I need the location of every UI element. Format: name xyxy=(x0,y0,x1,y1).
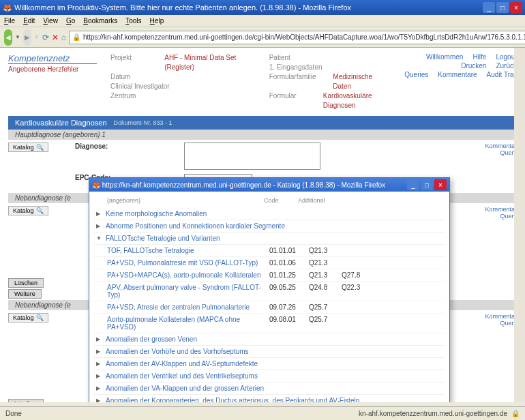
category-label: Anomalien der Vorhöfe und des Vorhofsept… xyxy=(106,348,442,355)
category-label: Anomalien der Koronararterien, des Ductu… xyxy=(106,397,442,402)
toolbar: ◄ ▼ ► ▼ ⟳ ✕ ⌂ 🔒 https://kn-ahf.kompetenz… xyxy=(0,27,525,48)
home-icon[interactable]: ⌂ xyxy=(61,31,66,44)
item-code3 xyxy=(342,259,369,267)
logo-line2: Angeborene Herzfehler xyxy=(8,63,97,73)
item-code3: Q22.3 xyxy=(342,284,369,299)
minimize-button[interactable]: _ xyxy=(483,2,495,13)
firefox-icon: 🦊 xyxy=(3,3,12,12)
section-title: Kardiovaskuläre Diagnosen xyxy=(15,119,107,127)
reload-icon[interactable]: ⟳ xyxy=(42,31,49,44)
item-code3 xyxy=(342,316,369,331)
lock-icon: 🔒 xyxy=(72,33,80,41)
catalog-item[interactable]: Aorto-pulmonale Kollateralen (MAPCA ohne… xyxy=(93,314,445,333)
zentrum-label: Zentrum xyxy=(110,91,172,101)
expand-icon: ▶ xyxy=(96,385,106,391)
query-link-1[interactable]: Query xyxy=(469,149,517,156)
katalog-popup: 🦊 https://kn-ahf.kompetenzzentrum.med.un… xyxy=(89,177,450,402)
popup-col-angeboren: (angeboren) xyxy=(107,197,264,204)
category-label: Anomalien der grossen Venen xyxy=(106,335,442,343)
category-row[interactable]: ▶Abnorme Positionen und Konnektionen kar… xyxy=(93,220,445,232)
nav-hilfe[interactable]: Hilfe xyxy=(472,53,486,61)
katalog-button-3[interactable]: Katalog🔍 xyxy=(8,313,48,322)
window-title: Willkommen im Produktiv-System. Bitte hi… xyxy=(14,3,351,12)
category-row[interactable]: ▶Anomalien der VA-Klappen und der grosse… xyxy=(93,382,445,395)
popup-col-code: Code xyxy=(264,197,298,204)
stop-icon[interactable]: ✕ xyxy=(52,31,59,44)
item-name: Aorto-pulmonale Kollateralen (MAPCA ohne… xyxy=(107,316,264,331)
item-name: PA+VSD, Atresie der zentralen Pulmonalar… xyxy=(107,303,264,311)
category-row[interactable]: ▼FALLOTsche Tetralogie und Varianten xyxy=(93,232,445,245)
nav-kommentare[interactable]: Kommentare xyxy=(438,71,477,78)
logo: Kompetenznetz Angeborene Herzfehler xyxy=(8,53,97,110)
category-row[interactable]: ▶Anomalien der Vorhöfe und des Vorhofsep… xyxy=(93,346,445,358)
item-code2: Q25.7 xyxy=(309,316,336,331)
catalog-item[interactable]: TOF, FALLOTsche Tetralogie01.01.01Q21.3 xyxy=(93,245,445,257)
projekt-value: AHF - Minimal Data Set (Register) xyxy=(164,53,248,72)
menu-go[interactable]: Go xyxy=(66,17,75,25)
nav-willkommen[interactable]: Willkommen xyxy=(426,53,463,61)
expand-icon: ▶ xyxy=(96,211,106,217)
catalog-item[interactable]: APV, Absent pulmonary valve - Syndrom (F… xyxy=(93,282,445,301)
catalog-item[interactable]: PA+VSD, Pulmonalatresie mit VSD (FALLOT-… xyxy=(93,257,445,269)
diagnose-input[interactable] xyxy=(184,142,320,170)
popup-firefox-icon: 🦊 xyxy=(92,181,100,189)
famille-label: Formularfamilie xyxy=(269,72,329,91)
diagnose-label: Diagnose: xyxy=(75,142,184,150)
weitere-button-1[interactable]: Weitere xyxy=(8,289,42,299)
menu-file[interactable]: FFileile xyxy=(4,17,15,25)
item-code1: 01.01.06 xyxy=(269,259,303,267)
query-link-3[interactable]: Query xyxy=(469,320,517,327)
category-row[interactable]: ▶Anomalien der AV-Klappen und AV-Septumd… xyxy=(93,358,445,370)
item-code2: Q24.8 xyxy=(309,284,336,299)
menu-bookmarks[interactable]: Bookmarks xyxy=(83,17,117,25)
nav-audit[interactable]: Audit Trail xyxy=(487,71,517,78)
kommentar-link-1[interactable]: Kommentar xyxy=(469,142,517,149)
forward-button[interactable]: ► xyxy=(23,29,31,46)
catalog-item[interactable]: PA+VSD, Atresie der zentralen Pulmonalar… xyxy=(93,301,445,314)
menu-view[interactable]: View xyxy=(43,17,58,25)
category-label: Keine morphologische Anomalien xyxy=(106,210,442,217)
nav-drucken[interactable]: Drucken xyxy=(461,62,486,70)
menu-help[interactable]: Help xyxy=(150,17,164,25)
url-text: https://kn-ahf.kompetenzzentrum.med.uni-… xyxy=(83,33,525,41)
category-row[interactable]: ▶Anomalien der grossen Venen xyxy=(93,333,445,346)
url-input[interactable]: 🔒 https://kn-ahf.kompetenzzentrum.med.un… xyxy=(69,31,525,44)
item-code2: Q21.3 xyxy=(309,247,336,254)
nav-queries[interactable]: Queries xyxy=(404,71,428,78)
logo-line1: Kompetenznetz xyxy=(8,53,97,63)
menu-edit[interactable]: Edit xyxy=(23,17,35,25)
scrollbar[interactable] xyxy=(514,48,525,402)
category-label: Anomalien der AV-Klappen und AV-Septumde… xyxy=(106,360,442,368)
catalog-item[interactable]: PA+VSD+MAPCA(s), aorto-pulmonale Kollate… xyxy=(93,269,445,282)
kommentar-link-3[interactable]: Kommentar xyxy=(469,313,517,320)
back-button[interactable]: ◄ xyxy=(4,29,12,46)
katalog-button-2[interactable]: Katalog🔍 xyxy=(8,206,48,215)
close-button[interactable]: × xyxy=(510,2,522,13)
query-link-2[interactable]: Query xyxy=(469,213,517,220)
item-code2: Q21.3 xyxy=(309,259,336,267)
item-code1: 01.01.25 xyxy=(269,271,303,279)
loeschen-button-2[interactable]: Löschen xyxy=(8,399,44,402)
maximize-button[interactable]: □ xyxy=(496,2,509,13)
menu-tools[interactable]: Tools xyxy=(125,17,141,25)
category-row[interactable]: ▶Anomalien der Koronararterien, des Duct… xyxy=(93,395,445,402)
category-label: Anomalien der Ventrikel und des Ventrike… xyxy=(106,372,442,380)
loeschen-button-1[interactable]: Löschen xyxy=(8,278,44,288)
popup-close-button[interactable]: × xyxy=(434,179,447,190)
back-dropdown-icon[interactable]: ▼ xyxy=(15,34,20,40)
fwd-dropdown-icon[interactable]: ▼ xyxy=(34,34,40,40)
window-titlebar: 🦊 Willkommen im Produktiv-System. Bitte … xyxy=(0,0,525,15)
datum-label: Datum xyxy=(110,72,172,82)
formular-value: Kardiovaskuläre Diagnosen xyxy=(323,91,391,110)
kommentar-link-2[interactable]: Kommentar xyxy=(469,206,517,213)
magnifier-icon: 🔍 xyxy=(36,144,44,151)
popup-maximize-button[interactable]: □ xyxy=(421,179,433,190)
ci-label: Clinical Investigator xyxy=(110,82,172,91)
katalog-button-1[interactable]: Katalog🔍 xyxy=(8,142,48,152)
magnifier-icon: 🔍 xyxy=(36,314,44,321)
item-code3 xyxy=(342,247,369,254)
category-row[interactable]: ▶Anomalien der Ventrikel und des Ventrik… xyxy=(93,370,445,382)
projekt-label: Projekt xyxy=(110,53,160,72)
popup-minimize-button[interactable]: _ xyxy=(407,179,419,190)
category-row[interactable]: ▶Keine morphologische Anomalien xyxy=(93,208,445,220)
